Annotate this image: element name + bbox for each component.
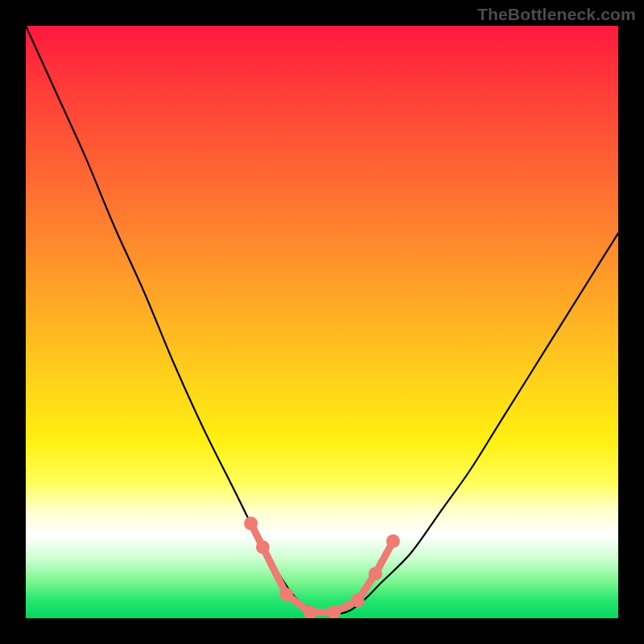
plot-area <box>26 26 618 618</box>
bottleneck-curve-svg <box>26 26 618 618</box>
marker-group <box>244 517 400 618</box>
marker-link <box>251 523 394 612</box>
marker-dot <box>386 535 400 548</box>
bottleneck-curve <box>26 26 618 613</box>
marker-dot <box>256 540 270 554</box>
marker-dot <box>351 593 365 607</box>
marker-dot <box>279 588 293 601</box>
marker-dot <box>369 567 382 580</box>
marker-dot <box>244 517 258 530</box>
chart-frame: TheBottleneck.com <box>0 0 644 644</box>
watermark-text: TheBottleneck.com <box>477 5 636 24</box>
